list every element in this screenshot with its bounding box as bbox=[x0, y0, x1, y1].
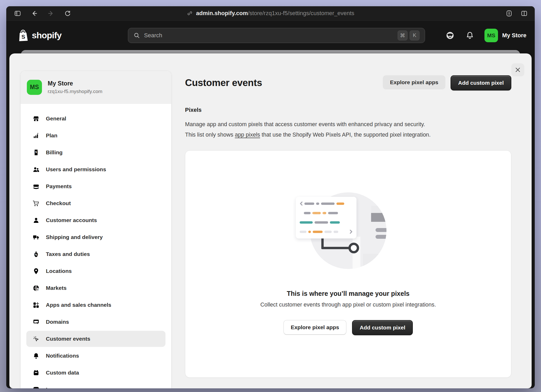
description-line-2-suffix: that use the Shopify Web Pixels API, the… bbox=[260, 132, 431, 138]
settings-sidebar: MS My Store rzq1xu-f5.myshopify.com Gene… bbox=[20, 71, 171, 388]
sidekick-button[interactable] bbox=[445, 30, 455, 41]
sidebar-toggle-icon bbox=[14, 10, 21, 17]
empty-state-subtext: Collect customer events through app pixe… bbox=[260, 302, 436, 308]
store-avatar: MS bbox=[27, 80, 42, 95]
domains-icon bbox=[33, 318, 40, 326]
pixels-empty-state-card: This is where you’ll manage your pixels … bbox=[185, 150, 511, 378]
split-view-button[interactable] bbox=[520, 9, 528, 18]
chevron-left-icon bbox=[300, 201, 303, 206]
sidebar-item-markets[interactable]: Markets bbox=[26, 280, 165, 296]
add-custom-pixel-button[interactable]: Add custom pixel bbox=[451, 75, 511, 90]
store-domain: rzq1xu-f5.myshopify.com bbox=[48, 89, 102, 94]
plan-icon bbox=[33, 132, 40, 139]
sidebar-item-customer-events[interactable]: Customer events bbox=[26, 331, 165, 347]
description-line-2: This list only shows bbox=[185, 132, 235, 138]
pixels-description: Manage app and custom pixels that access… bbox=[185, 119, 511, 140]
globe-icon bbox=[33, 285, 40, 292]
url-host: admin.shopify.com bbox=[196, 10, 248, 16]
search-input[interactable]: Search ⌘ K bbox=[128, 28, 425, 43]
close-icon bbox=[514, 66, 521, 73]
close-button[interactable] bbox=[511, 63, 524, 76]
customer-events-page: Customer events Explore pixel apps Add c… bbox=[185, 75, 511, 378]
sidebar-item-domains[interactable]: Domains bbox=[26, 314, 165, 330]
empty-state-heading: This is where you’ll manage your pixels bbox=[287, 290, 410, 297]
taxes-icon bbox=[33, 251, 40, 258]
store-name: My Store bbox=[48, 80, 102, 87]
sidebar-item-shipping-and-delivery[interactable]: Shipping and delivery bbox=[26, 229, 165, 245]
billing-icon bbox=[33, 149, 40, 156]
browser-window: admin.shopify.com/store/rzq1xu-f5/settin… bbox=[6, 6, 535, 388]
shopify-logo[interactable]: shopify bbox=[17, 29, 62, 42]
add-custom-pixel-button-empty[interactable]: Add custom pixel bbox=[352, 320, 413, 335]
sidebar-item-plan[interactable]: Plan bbox=[26, 127, 165, 144]
shopify-bag-icon bbox=[17, 28, 30, 42]
cart-icon bbox=[33, 200, 40, 207]
apps-icon bbox=[33, 302, 40, 309]
code-snippet-card bbox=[296, 197, 356, 238]
payments-icon bbox=[33, 183, 40, 190]
sidebar-item-checkout[interactable]: Checkout bbox=[26, 195, 165, 211]
store-icon bbox=[33, 115, 40, 122]
back-button[interactable] bbox=[30, 9, 39, 18]
shopify-wordmark: shopify bbox=[32, 30, 62, 40]
languages-icon bbox=[33, 386, 40, 389]
chevron-right-icon bbox=[350, 230, 353, 234]
search-shortcut: ⌘ K bbox=[398, 30, 420, 40]
sidebar-item-custom-data[interactable]: Custom data bbox=[26, 365, 165, 381]
sidekick-icon bbox=[446, 31, 454, 40]
settings-modal: MS My Store rzq1xu-f5.myshopify.com Gene… bbox=[9, 53, 532, 388]
location-icon bbox=[33, 268, 40, 275]
sidebar-item-taxes-and-duties[interactable]: Taxes and duties bbox=[26, 246, 165, 262]
custom-data-icon bbox=[33, 369, 40, 376]
bell-icon bbox=[33, 352, 40, 359]
forward-button[interactable] bbox=[46, 9, 55, 18]
page-settings-icon bbox=[506, 10, 513, 17]
admin-header: shopify Search ⌘ K MS My Store bbox=[6, 20, 535, 50]
pixels-section-heading: Pixels bbox=[185, 107, 511, 113]
truck-icon bbox=[33, 234, 40, 241]
sidebar-item-payments[interactable]: Payments bbox=[26, 178, 165, 194]
explore-pixel-apps-button[interactable]: Explore pixel apps bbox=[383, 75, 445, 89]
store-avatar: MS bbox=[484, 29, 498, 42]
back-arrow-icon bbox=[31, 10, 38, 17]
browser-toolbar: admin.shopify.com/store/rzq1xu-f5/settin… bbox=[6, 6, 535, 20]
store-menu[interactable]: MS My Store bbox=[484, 29, 526, 42]
page-settings-button[interactable] bbox=[505, 9, 513, 18]
cmd-keycap: ⌘ bbox=[398, 30, 408, 40]
split-view-icon bbox=[521, 10, 528, 17]
link-icon bbox=[187, 10, 193, 16]
address-bar[interactable]: admin.shopify.com/store/rzq1xu-f5/settin… bbox=[187, 10, 354, 17]
search-icon bbox=[133, 32, 140, 39]
person-icon bbox=[33, 217, 40, 224]
reload-icon bbox=[64, 10, 71, 17]
customer-events-icon bbox=[33, 335, 40, 342]
notifications-button[interactable] bbox=[465, 30, 475, 41]
page-title: Customer events bbox=[185, 77, 262, 88]
reload-button[interactable] bbox=[63, 9, 72, 18]
description-line-1: Manage app and custom pixels that access… bbox=[185, 121, 425, 127]
app-pixels-link[interactable]: app pixels bbox=[235, 132, 260, 138]
sidebar-item-customer-accounts[interactable]: Customer accounts bbox=[26, 212, 165, 228]
sidebar-toggle-button[interactable] bbox=[13, 9, 22, 18]
bell-icon bbox=[465, 31, 474, 40]
users-icon bbox=[33, 166, 40, 173]
pixels-empty-illustration bbox=[288, 192, 408, 271]
search-placeholder: Search bbox=[144, 32, 162, 39]
explore-pixel-apps-button-empty[interactable]: Explore pixel apps bbox=[284, 320, 347, 335]
sidebar-nav-list: General Plan Billing Users and permissio… bbox=[21, 104, 171, 388]
sidebar-item-users-and-permissions[interactable]: Users and permissions bbox=[26, 161, 165, 177]
sidebar-item-apps-and-sales-channels[interactable]: Apps and sales channels bbox=[26, 297, 165, 313]
url-path: /store/rzq1xu-f5/settings/customer_event… bbox=[248, 10, 354, 16]
sidebar-store-card: MS My Store rzq1xu-f5.myshopify.com bbox=[21, 71, 171, 104]
sidebar-item-general[interactable]: General bbox=[26, 111, 165, 127]
sidebar-item-languages[interactable]: Languages bbox=[26, 382, 165, 388]
store-menu-label: My Store bbox=[502, 32, 526, 39]
forward-arrow-icon bbox=[47, 10, 54, 17]
k-keycap: K bbox=[410, 30, 420, 40]
sidebar-item-locations[interactable]: Locations bbox=[26, 263, 165, 279]
sidebar-item-billing[interactable]: Billing bbox=[26, 144, 165, 161]
sidebar-item-notifications[interactable]: Notifications bbox=[26, 348, 165, 364]
